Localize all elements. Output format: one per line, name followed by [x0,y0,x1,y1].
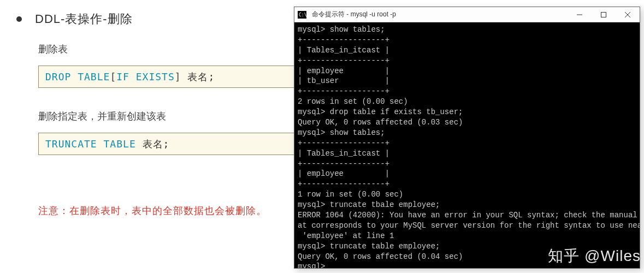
heading-row: DDL-表操作-删除 [16,11,295,27]
terminal-line: | Tables_in_itcast | [298,149,636,159]
subheading-drop: 删除表 [38,43,295,56]
warning-note: 注意：在删除表时，表中的全部数据也会被删除。 [38,204,295,217]
maximize-button[interactable] [592,7,616,22]
terminal-line: +------------------+ [298,179,636,189]
terminal-line: mysql> truncate tbale employee; [298,200,636,210]
terminal-line: +------------------+ [298,86,636,97]
minimize-button[interactable] [568,7,592,22]
window-controls [568,7,640,22]
svg-text:C:\: C:\ [299,13,306,17]
terminal-line: +------------------+ [298,35,636,45]
terminal-line: mysql> drop table if exists tb_user; [298,107,636,117]
window-title: 命令提示符 - mysql -u root -p [312,10,568,19]
window-titlebar[interactable]: C:\ 命令提示符 - mysql -u root -p [294,7,640,22]
watermark: 知乎 @Wiles [548,246,641,266]
document-pane: DDL-表操作-删除 删除表 DROP TABLE[IF EXISTS] 表名;… [0,0,295,273]
section-truncate: 删除指定表，并重新创建该表 TRUNCATE TABLE 表名; [38,110,295,155]
subheading-truncate: 删除指定表，并重新创建该表 [38,110,295,123]
keyword: TRUNCATE TABLE [45,138,136,150]
terminal-line: ERROR 1064 (42000): You have an error in… [298,210,636,221]
section-drop: 删除表 DROP TABLE[IF EXISTS] 表名; [38,43,295,88]
terminal-line: | employee | [298,169,636,179]
terminal-line: 2 rows in set (0.00 sec) [298,97,636,107]
terminal-line: | tb_user | [298,76,636,86]
terminal-line: mysql> show tables; [298,128,636,138]
bullet-icon [16,16,22,22]
terminal-output[interactable]: mysql> show tables;+------------------+|… [294,22,640,268]
terminal-line: 1 row in set (0.00 sec) [298,189,636,200]
bracket-open: [ [110,71,116,82]
terminal-line: +------------------+ [298,56,636,66]
terminal-line: 'employee' at line 1 [298,231,636,241]
terminal-window: C:\ 命令提示符 - mysql -u root -p mysql> show… [294,7,640,269]
page-title: DDL-表操作-删除 [35,11,133,27]
option: IF EXISTS [116,71,175,82]
close-icon [625,12,630,17]
terminal-line: at corresponds to your MySQL server vers… [298,221,636,231]
svg-rect-3 [601,12,606,17]
keyword: DROP TABLE [45,71,110,82]
terminal-line: Query OK, 0 rows affected (0.03 sec) [298,117,636,128]
terminal-line: mysql> show tables; [298,25,636,35]
code-plain: 表名; [181,71,215,82]
terminal-line: | Tables_in_itcast | [298,45,636,56]
cmd-icon: C:\ [298,10,309,20]
bracket-close: ] [175,71,181,82]
code-plain: 表名; [136,138,170,150]
close-button[interactable] [616,7,640,22]
terminal-line: | employee | [298,66,636,76]
maximize-icon [601,12,606,17]
terminal-line: +------------------+ [298,159,636,169]
minimize-icon [577,12,582,17]
terminal-line: +------------------+ [298,138,636,149]
